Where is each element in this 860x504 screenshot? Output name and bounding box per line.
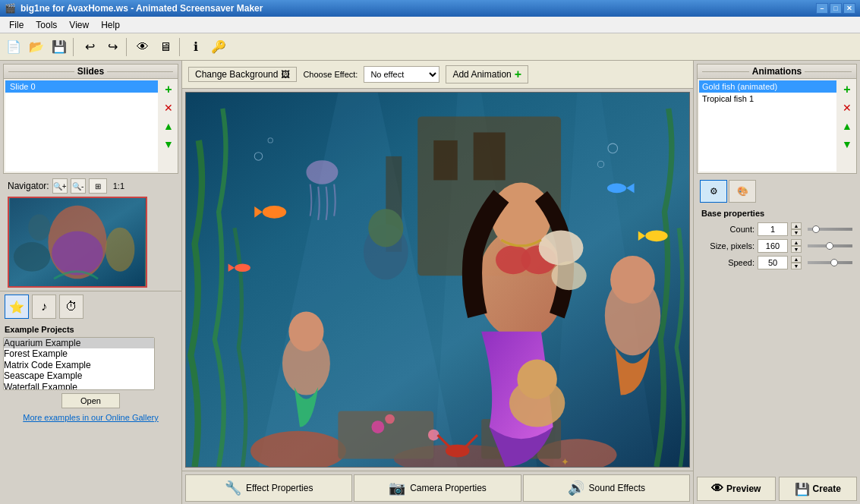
minimize-button[interactable]: –	[816, 3, 828, 14]
speed-input[interactable]	[758, 256, 788, 269]
navigator-preview[interactable]	[8, 197, 147, 288]
add-animation-btn[interactable]: +	[840, 82, 855, 97]
example-matrix[interactable]: Matrix Code Example	[4, 360, 154, 370]
clock-tab-button[interactable]: ⏱	[59, 295, 83, 319]
info-button[interactable]: ℹ	[185, 36, 206, 58]
svg-point-25	[551, 261, 586, 290]
effect-select[interactable]: No effect Fade Wipe Zoom	[364, 66, 439, 83]
speed-up-button[interactable]: ▲	[791, 256, 802, 263]
anim-down-btn[interactable]: ▼	[840, 137, 855, 152]
navigator-row: Navigator: 🔍+ 🔍- ⊞ 1:1	[3, 177, 178, 195]
fit-button[interactable]: ⊞	[89, 178, 107, 194]
svg-point-2	[52, 232, 103, 276]
preview-button[interactable]: 👁 Preview	[697, 477, 776, 501]
menu-view[interactable]: View	[63, 18, 95, 32]
count-down-button[interactable]: ▼	[791, 229, 802, 236]
svg-point-36	[607, 184, 626, 194]
top-controls: Change Background 🖼 Choose Effect: No ef…	[182, 61, 693, 89]
toolbar-separator-1	[73, 38, 76, 56]
change-background-button[interactable]: Change Background 🖼	[188, 67, 297, 82]
star-tab-button[interactable]: ⭐	[5, 295, 29, 319]
size-input[interactable]	[758, 239, 788, 253]
window-title: big1ne for AvaxHome.ws - Animated Screen…	[20, 3, 263, 14]
remove-animation-btn[interactable]: ✕	[840, 100, 855, 115]
animations-section: Animations Gold fish (animated) Tropical…	[697, 64, 857, 174]
palette-tab[interactable]: 🎨	[729, 180, 756, 203]
sound-effects-button[interactable]: 🔊 Sound Effects	[523, 474, 690, 502]
zoom-out-button[interactable]: 🔍-	[71, 178, 86, 194]
count-input[interactable]	[758, 222, 788, 236]
add-animation-button[interactable]: Add Animation +	[446, 65, 528, 83]
undo-button[interactable]: ↩	[79, 36, 100, 58]
menu-file[interactable]: File	[3, 18, 30, 32]
count-slider-thumb	[812, 225, 820, 233]
screen-button[interactable]: 🖥	[155, 36, 176, 58]
navigator-section: Navigator: 🔍+ 🔍- ⊞ 1:1	[3, 177, 178, 289]
anim-item-tropical[interactable]: Tropical fish 1	[699, 93, 836, 105]
window-controls: – □ ✕	[816, 3, 855, 14]
example-aquarium[interactable]: Aquarium Example	[4, 338, 154, 348]
maximize-button[interactable]: □	[830, 3, 842, 14]
camera-props-label: Camera Properties	[410, 483, 487, 493]
camera-properties-button[interactable]: 📷 Camera Properties	[354, 474, 521, 502]
slide-down-button[interactable]: ▼	[161, 137, 176, 152]
example-projects-list[interactable]: Aquarium Example Forest Example Matrix C…	[3, 337, 155, 390]
music-tab-button[interactable]: ♪	[32, 295, 56, 319]
open-button[interactable]: 📂	[26, 36, 47, 58]
anim-up-btn[interactable]: ▲	[840, 118, 855, 134]
redo-button[interactable]: ↪	[102, 36, 123, 58]
effect-label: Choose Effect:	[303, 70, 358, 79]
save-button[interactable]: 💾	[49, 36, 70, 58]
size-down-button[interactable]: ▼	[791, 246, 802, 253]
base-props-title: Base properties	[701, 209, 852, 218]
anim-item-goldfish[interactable]: Gold fish (animated)	[699, 80, 836, 93]
animations-list[interactable]: Gold fish (animated) Tropical fish 1	[699, 80, 836, 172]
svg-point-31	[517, 359, 556, 398]
example-waterfall[interactable]: Waterfall Example	[4, 382, 154, 390]
sound-effects-label: Sound Effects	[589, 483, 646, 493]
slides-header: Slides	[4, 65, 178, 79]
bottom-bar: 🔧 Effect Properties 📷 Camera Properties …	[182, 471, 693, 504]
create-button[interactable]: 💾 Create	[779, 477, 858, 501]
count-slider[interactable]	[808, 228, 852, 231]
size-up-button[interactable]: ▲	[791, 239, 802, 246]
svg-point-40	[645, 230, 667, 241]
base-properties: Base properties Count: ▲ ▼ Size, pixels:	[698, 206, 855, 276]
add-slide-button[interactable]: +	[161, 82, 176, 97]
svg-point-42	[306, 160, 338, 184]
slide-item-0[interactable]: Slide 0	[5, 80, 158, 93]
effect-properties-button[interactable]: 🔧 Effect Properties	[185, 474, 352, 502]
close-button[interactable]: ✕	[843, 3, 855, 14]
create-icon: 💾	[795, 482, 810, 496]
speed-slider[interactable]	[808, 261, 852, 264]
new-button[interactable]: 📄	[3, 36, 24, 58]
key-button[interactable]: 🔑	[208, 36, 229, 58]
svg-point-4	[106, 228, 135, 272]
example-seascape[interactable]: Seascape Example	[4, 370, 154, 381]
open-button-example[interactable]: Open	[61, 393, 120, 408]
gallery-link[interactable]: More examples in our Online Gallery	[3, 411, 178, 424]
speed-down-button[interactable]: ▼	[791, 263, 802, 269]
menu-help[interactable]: Help	[95, 18, 126, 32]
remove-slide-button[interactable]: ✕	[161, 100, 176, 115]
svg-point-44	[385, 414, 395, 424]
change-bg-icon: 🖼	[281, 69, 290, 80]
example-projects-header: Example Projects	[3, 325, 178, 334]
count-up-button[interactable]: ▲	[791, 222, 802, 229]
slides-list[interactable]: Slide 0	[5, 80, 158, 172]
toolbar: 📄 📂 💾 ↩ ↪ 👁 🖥 ℹ 🔑	[0, 33, 860, 61]
zoom-in-button[interactable]: 🔍+	[52, 178, 68, 194]
preview-create-row: 👁 Preview 💾 Create	[694, 474, 860, 504]
settings-tab[interactable]: ⚙	[700, 180, 727, 203]
menu-tools[interactable]: Tools	[30, 18, 63, 32]
preview-toolbar-button[interactable]: 👁	[132, 36, 153, 58]
slide-up-button[interactable]: ▲	[161, 118, 176, 134]
example-projects-content: Aquarium Example Forest Example Matrix C…	[3, 337, 178, 390]
main-container: Slides Slide 0 + ✕ ▲ ▼ Navigator: 🔍+	[0, 61, 860, 504]
palette-icon: 🎨	[737, 186, 748, 197]
size-slider[interactable]	[808, 244, 852, 247]
canvas-image[interactable]: ✦	[185, 92, 690, 468]
example-forest[interactable]: Forest Example	[4, 348, 154, 359]
slides-side-buttons: + ✕ ▲ ▼	[159, 79, 178, 173]
animations-header: Animations	[698, 65, 856, 79]
